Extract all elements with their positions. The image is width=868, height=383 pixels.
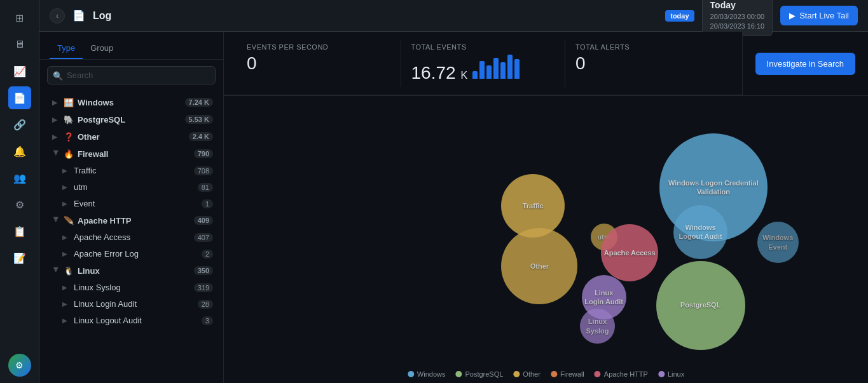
item-label-apache-error: Apache Error Log: [74, 249, 198, 259]
item-label-utm: utm: [74, 182, 194, 192]
search-icon: 🔍: [53, 71, 63, 80]
chart-bar: [493, 58, 499, 79]
bubble-windows-event[interactable]: Windows Event: [757, 222, 799, 263]
legend-dot: [513, 371, 520, 377]
nav-bell-icon[interactable]: 🔔: [8, 140, 31, 163]
other-icon: ❓: [64, 131, 74, 142]
chevron-icon: ▶: [62, 184, 70, 191]
nav-log-icon[interactable]: 📄: [8, 86, 31, 109]
tree-item-other[interactable]: ▶ ❓ Other 2.4 K: [42, 128, 221, 145]
stat-total-events: Total Events 16.72 K: [401, 39, 566, 87]
nav-users-icon[interactable]: 👥: [8, 166, 31, 189]
sidebar-panel: Type Group 🔍 ▶ 🪟 Windows 7.24 K ▶ 🐘: [39, 32, 224, 383]
user-avatar[interactable]: ⚙: [8, 354, 31, 377]
legend-label: Other: [523, 370, 541, 378]
tree-item-linux-login[interactable]: ▶ Linux Login Audit 28: [42, 296, 221, 312]
apache-icon: 🪶: [64, 215, 74, 225]
bubble-container: TrafficutmWindows Logon Credential Valid…: [224, 96, 868, 358]
bubble-label: Apache Access: [602, 247, 658, 259]
legend-item-apache http: Apache HTTP: [595, 370, 648, 378]
nav-tasks-icon[interactable]: 📝: [8, 246, 31, 269]
tree-item-postgresql[interactable]: ▶ 🐘 PostgreSQL 5.53 K: [42, 111, 221, 128]
chevron-icon: ▶: [53, 267, 60, 274]
legend-label: Linux: [668, 370, 684, 378]
bubble-apache-access[interactable]: Apache Access: [601, 224, 658, 281]
legend-dot: [658, 371, 665, 377]
chevron-icon: ▶: [53, 217, 60, 224]
item-count-linux-logout: 3: [202, 316, 213, 325]
nav-integration-icon[interactable]: ⚙: [8, 193, 31, 216]
chevron-icon: ▶: [62, 317, 70, 324]
top-bar: ‹ 📄 Log today Today 20/03/2023 00:00 20/…: [39, 0, 868, 32]
legend-item-windows: Windows: [408, 370, 446, 378]
legend-item-other: Other: [513, 370, 541, 378]
nav-settings-icon[interactable]: ⚙: [8, 354, 31, 377]
item-label-linux: Linux: [78, 266, 190, 276]
content-area: Type Group 🔍 ▶ 🪟 Windows 7.24 K ▶ 🐘: [39, 32, 868, 383]
chart-bar: [507, 55, 513, 79]
events-chart: [472, 53, 520, 79]
item-count-linux-login: 28: [198, 300, 213, 309]
item-label-apache-access: Apache Access: [74, 232, 190, 242]
main-content: ‹ 📄 Log today Today 20/03/2023 00:00 20/…: [39, 0, 868, 383]
te-value: 16.72 K: [411, 53, 555, 83]
te-label: Total Events: [411, 43, 555, 51]
ta-label: Total Alerts: [575, 43, 719, 51]
search-input[interactable]: [47, 66, 216, 84]
legend-label: PostgreSQL: [465, 370, 503, 378]
page-title: Log: [93, 10, 111, 22]
tree-item-apache[interactable]: ▶ 🪶 Apache HTTP 409: [42, 212, 221, 229]
date-range-button[interactable]: Today 20/03/2023 00:00 20/03/2023 16:10: [702, 0, 773, 36]
collapse-button[interactable]: ‹: [50, 8, 65, 24]
item-count-firewall: 790: [194, 149, 213, 158]
item-label-linux-login: Linux Login Audit: [74, 299, 194, 309]
item-label-postgresql: PostgreSQL: [78, 115, 181, 124]
nav-grid-icon[interactable]: ⊞: [8, 6, 31, 29]
item-label-apache: Apache HTTP: [78, 216, 190, 225]
bubble-windows-logout-audit[interactable]: Windows Logout Audit: [673, 205, 727, 259]
live-tail-button[interactable]: ▶ Start Live Tail: [780, 6, 858, 25]
tree-item-linux-syslog[interactable]: ▶ Linux Syslog 319: [42, 279, 221, 295]
item-count-apache-access: 407: [194, 233, 213, 242]
left-navigation: ⊞ 🖥 📈 📄 🔗 🔔 👥 ⚙ 📋 📝 ⚙: [0, 0, 39, 383]
bubble-label: Linux Syslog: [580, 316, 615, 337]
item-count-utm: 81: [198, 183, 213, 192]
bubble-other[interactable]: Other: [501, 228, 577, 304]
bubble-linux-syslog[interactable]: Linux Syslog: [580, 309, 615, 344]
item-label-linux-logout: Linux Logout Audit: [74, 316, 198, 325]
chart-bar: [472, 71, 478, 79]
tree-item-linux-logout[interactable]: ▶ Linux Logout Audit 3: [42, 312, 221, 328]
item-count-apache: 409: [194, 216, 213, 225]
tree-item-event[interactable]: ▶ Event 1: [42, 196, 221, 212]
investigate-button[interactable]: Investigate in Search: [755, 53, 855, 75]
tree-item-linux[interactable]: ▶ 🐧 Linux 350: [42, 262, 221, 279]
chart-area: TrafficutmWindows Logon Credential Valid…: [224, 96, 868, 383]
nav-report-icon[interactable]: 📋: [8, 220, 31, 243]
nav-chart-icon[interactable]: 📈: [8, 60, 31, 83]
chart-bar: [500, 62, 506, 79]
nav-monitor-icon[interactable]: 🖥: [8, 33, 31, 56]
tab-group[interactable]: Group: [83, 38, 121, 59]
legend-dot: [595, 371, 601, 377]
stats-bar: Events Per Second 0 Total Events 16.72 K: [224, 32, 742, 95]
chart-bar: [514, 59, 520, 79]
search-box: 🔍: [47, 66, 216, 84]
tree-item-firewall[interactable]: ▶ 🔥 Firewall 790: [42, 145, 221, 162]
nav-cluster-icon[interactable]: 🔗: [8, 113, 31, 136]
tab-type[interactable]: Type: [50, 38, 83, 59]
tree-item-windows[interactable]: ▶ 🪟 Windows 7.24 K: [42, 94, 221, 111]
tree-item-apache-error[interactable]: ▶ Apache Error Log 2: [42, 246, 221, 262]
chevron-icon: ▶: [62, 284, 70, 291]
chevron-left-icon: ‹: [56, 11, 59, 20]
legend-label: Apache HTTP: [604, 370, 648, 378]
tree-item-apache-access[interactable]: ▶ Apache Access 407: [42, 229, 221, 245]
item-count-apache-error: 2: [202, 250, 213, 259]
tree-item-utm[interactable]: ▶ utm 81: [42, 179, 221, 195]
firewall-icon: 🔥: [64, 149, 74, 159]
item-count-linux-syslog: 319: [194, 283, 213, 292]
tree-item-traffic[interactable]: ▶ Traffic 708: [42, 163, 221, 178]
bubble-postgresql[interactable]: PostgreSQL: [656, 261, 745, 350]
top-bar-right: today Today 20/03/2023 00:00 20/03/2023 …: [665, 0, 858, 36]
item-label-firewall: Firewall: [78, 149, 190, 159]
item-count-windows: 7.24 K: [185, 98, 213, 107]
